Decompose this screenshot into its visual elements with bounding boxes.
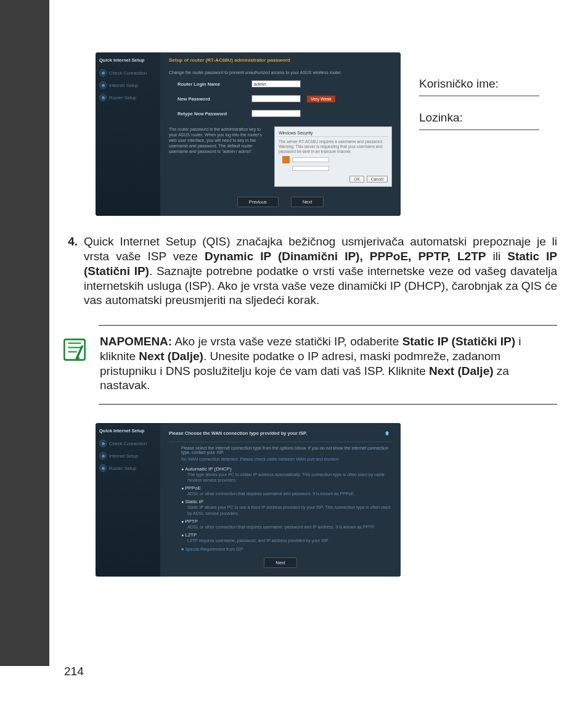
- retype-password-input[interactable]: [251, 110, 301, 117]
- wizard-nav: Previous Next: [169, 197, 392, 207]
- opt-pppoe[interactable]: PPPoEADSL or other connection that requi…: [181, 485, 392, 496]
- screenshot-wan-type: Quick Internet Setup Check Connection In…: [96, 423, 401, 577]
- username-line: [419, 96, 539, 96]
- qis-main-panel: Setup of router (RT-AC68U) administrator…: [160, 52, 401, 216]
- qis-step-check[interactable]: Check Connection: [99, 69, 157, 76]
- opt-dhcp[interactable]: Automatic IP (DHCP)The type allows your …: [181, 466, 392, 483]
- row-retype-password: Retype New Password: [178, 110, 392, 117]
- qis2-warning: No WAN connection detected. Please check…: [181, 457, 392, 461]
- special-req-check[interactable]: Special Requirement from ISP: [181, 547, 392, 551]
- step-4: 4. Quick Internet Setup (QIS) značajka b…: [62, 234, 557, 308]
- qis2-top: Please Choose the WAN connection type pr…: [169, 428, 392, 442]
- qis2-main: Please Choose the WAN connection type pr…: [160, 423, 401, 577]
- row-login-name: Router Login Name admin: [178, 80, 392, 88]
- new-password-input[interactable]: [251, 95, 301, 102]
- auth-ok-button[interactable]: OK: [349, 176, 364, 183]
- pw-strength-badge: Very Weak: [307, 96, 335, 102]
- login-name-input[interactable]: admin: [251, 80, 301, 88]
- password-line: [419, 130, 539, 130]
- pw-hint: The router password is the administratio…: [169, 126, 268, 187]
- user-icon: [282, 156, 290, 163]
- previous-button[interactable]: Previous: [237, 197, 279, 207]
- qis2-body: Please select the Internet connection ty…: [181, 446, 392, 551]
- qis2-intro: Please select the Internet connection ty…: [181, 446, 392, 454]
- username-label: Korisničko ime:: [419, 77, 557, 91]
- step-4-body: Quick Internet Setup (QIS) značajka beži…: [84, 234, 557, 308]
- qis2-step-check[interactable]: Check Connection: [99, 440, 157, 447]
- row-new-password: New Password Very Weak: [178, 95, 392, 102]
- page-content: Quick Internet Setup Check Connection In…: [0, 0, 588, 601]
- auth-dialog: Windows Security The server RT-AC68U req…: [274, 126, 392, 187]
- password-label: Lozinka:: [419, 111, 557, 125]
- step-4-number: 4.: [62, 234, 78, 308]
- qis2-sidebar: Quick Internet Setup Check Connection In…: [96, 423, 160, 577]
- left-margin-bar: [0, 0, 49, 666]
- page-number: 214: [64, 665, 84, 678]
- figure-row-1: Quick Internet Setup Check Connection In…: [96, 52, 557, 216]
- hint-row: The router password is the administratio…: [169, 126, 392, 187]
- qis-sidebar: Quick Internet Setup Check Connection In…: [96, 52, 160, 216]
- opt-l2tp[interactable]: L2TPL2TP requires username, password, an…: [181, 532, 392, 543]
- auth-cancel-button[interactable]: Cancel: [367, 176, 388, 183]
- auth-pass-input[interactable]: [292, 166, 329, 171]
- screenshot-admin-password: Quick Internet Setup Check Connection In…: [96, 52, 401, 216]
- qis2-nav: Next: [169, 557, 392, 568]
- qis-step-internet[interactable]: Internet Setup: [99, 81, 157, 89]
- next-button[interactable]: Next: [291, 197, 324, 207]
- note-block: NAPOMENA: Ako je vrsta vaše veze statičk…: [99, 325, 557, 405]
- note-icon: [62, 337, 88, 363]
- qis-heading: Setup of router (RT-AC68U) administrator…: [169, 57, 392, 63]
- note-text: NAPOMENA: Ako je vrsta vaše veze statičk…: [100, 334, 557, 393]
- qis2-step-router[interactable]: Router Setup: [99, 464, 157, 472]
- auth-user-input[interactable]: [292, 157, 329, 162]
- auth-dialog-header: Windows Security: [279, 131, 388, 137]
- next-button-2[interactable]: Next: [264, 557, 296, 568]
- qis2-sidebar-title: Quick Internet Setup: [99, 428, 157, 434]
- qis2-step-internet[interactable]: Internet Setup: [99, 452, 157, 459]
- auth-dialog-text: The server RT-AC68U requires a username …: [279, 139, 388, 154]
- home-icon[interactable]: [382, 428, 392, 438]
- qis-step-router[interactable]: Router Setup: [99, 94, 157, 101]
- opt-pptp[interactable]: PPTPADSL or other connection that requir…: [181, 519, 392, 530]
- qis-sidebar-title: Quick Internet Setup: [99, 57, 157, 63]
- qis-desc: Change the router password to prevent un…: [169, 70, 392, 75]
- opt-static[interactable]: Static IPStatic IP allows your PC to use…: [181, 499, 392, 516]
- credential-fields: Korisničko ime: Lozinka:: [419, 52, 557, 145]
